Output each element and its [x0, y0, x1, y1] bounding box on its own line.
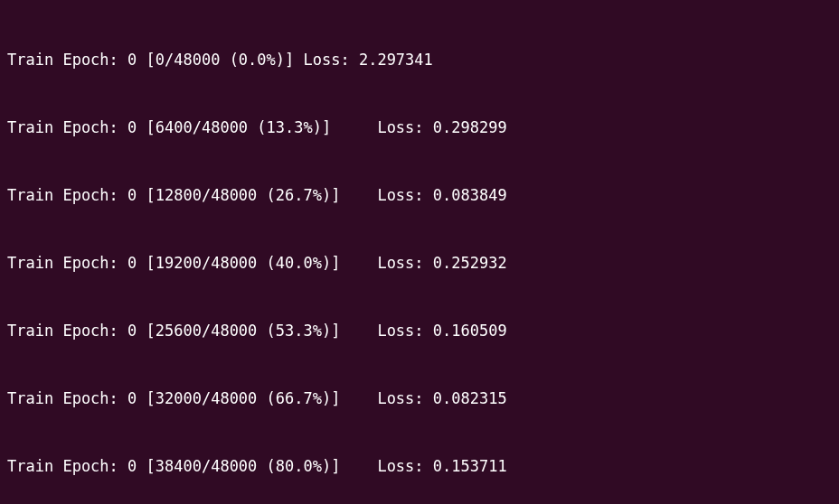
log-line: Train Epoch: 0 [6400/48000 (13.3%)] Loss…: [7, 117, 832, 139]
log-line: Train Epoch: 0 [19200/48000 (40.0%)] Los…: [7, 252, 832, 275]
log-line: Train Epoch: 0 [25600/48000 (53.3%)] Los…: [7, 320, 832, 342]
log-line: Train Epoch: 0 [12800/48000 (26.7%)] Los…: [7, 184, 832, 207]
log-line: Train Epoch: 0 [38400/48000 (80.0%)] Los…: [7, 455, 832, 478]
log-line: Train Epoch: 0 [0/48000 (0.0%)] Loss: 2.…: [7, 49, 832, 71]
terminal-output: Train Epoch: 0 [0/48000 (0.0%)] Loss: 2.…: [0, 0, 839, 504]
log-line: Train Epoch: 0 [32000/48000 (66.7%)] Los…: [7, 387, 832, 410]
